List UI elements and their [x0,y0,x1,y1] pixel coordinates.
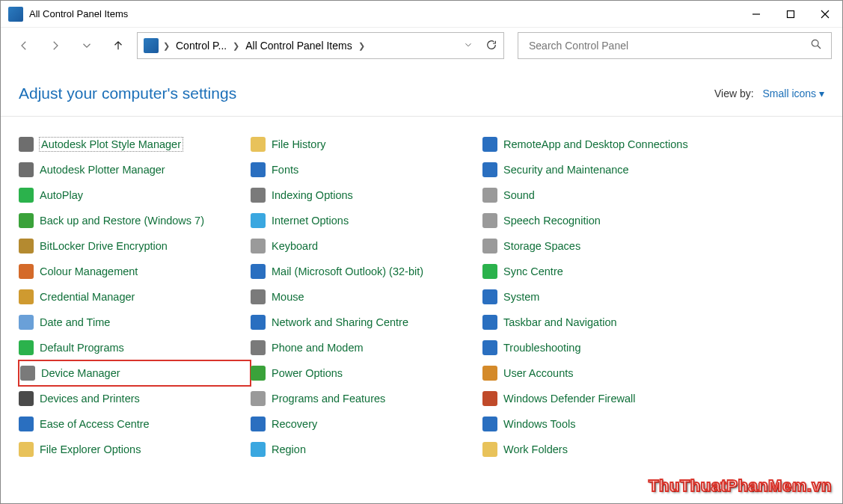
control-panel-item[interactable]: Back up and Restore (Windows 7) [19,208,251,233]
search-box[interactable] [518,32,832,59]
control-panel-item[interactable]: Colour Management [19,259,251,284]
search-input[interactable] [527,39,810,52]
address-bar[interactable]: ❯ Control P... ❯ All Control Panel Items… [137,32,504,59]
control-panel-item[interactable]: Sound [482,182,714,208]
control-panel-item[interactable]: Default Programs [19,335,251,360]
minimize-button[interactable] [739,1,773,28]
control-panel-item[interactable]: Date and Time [19,310,251,335]
control-panel-item[interactable]: Recovery [251,411,482,437]
item-label: RemoteApp and Desktop Connections [503,138,688,150]
item-icon [482,162,497,177]
item-label: Back up and Restore (Windows 7) [40,215,204,227]
item-icon [19,391,34,406]
item-label: Device Manager [41,367,120,379]
control-panel-item[interactable]: Autodesk Plotter Manager [19,157,251,182]
item-icon [482,213,497,228]
item-icon [251,188,266,203]
control-panel-item[interactable]: Mail (Microsoft Outlook) (32-bit) [251,259,482,284]
control-panel-item[interactable]: AutoPlay [19,182,251,208]
recent-dropdown[interactable] [74,33,99,58]
control-panel-item[interactable]: Speech Recognition [482,208,714,233]
control-panel-item[interactable]: Power Options [251,360,482,386]
control-panel-item[interactable]: Autodesk Plot Style Manager [19,132,251,157]
control-panel-item[interactable]: Windows Tools [482,411,714,437]
item-icon [19,289,34,304]
item-label: Devices and Printers [40,393,140,405]
search-icon[interactable] [810,38,822,53]
control-panel-item[interactable]: Work Folders [482,437,714,462]
app-icon [8,7,23,22]
item-icon [482,391,497,406]
item-label: Sound [503,189,535,201]
item-icon [19,188,34,203]
chevron-right-icon[interactable]: ❯ [231,41,241,51]
control-panel-item[interactable]: Programs and Features [251,386,482,411]
item-label: Sync Centre [503,265,563,277]
view-by-dropdown[interactable]: Small icons ▾ [763,87,824,99]
control-panel-item[interactable]: Security and Maintenance [482,157,714,182]
view-by-label: View by: [714,87,754,99]
item-icon [482,315,497,330]
control-panel-item[interactable]: Phone and Modem [251,335,482,360]
control-panel-item[interactable]: Keyboard [251,233,482,259]
control-panel-item[interactable]: Taskbar and Navigation [482,310,714,335]
watermark: ThuThuatPhanMem.vn [649,476,832,496]
item-label: Credential Manager [40,291,135,303]
svg-rect-0 [788,10,794,17]
control-panel-item[interactable]: Fonts [251,157,482,182]
control-panel-item[interactable]: File History [251,132,482,157]
item-icon [19,315,34,330]
item-icon [251,417,266,431]
item-icon [482,289,497,304]
control-panel-item[interactable]: Indexing Options [251,182,482,208]
control-panel-icon [144,38,159,53]
item-label: Taskbar and Navigation [503,316,617,328]
control-panel-item[interactable]: RemoteApp and Desktop Connections [482,132,714,157]
forward-button[interactable] [43,33,68,58]
control-panel-item[interactable]: Storage Spaces [482,233,714,259]
chevron-right-icon[interactable]: ❯ [357,41,367,51]
maximize-button[interactable] [773,1,808,28]
item-icon [482,188,497,203]
item-icon [19,442,34,457]
control-panel-item[interactable]: Internet Options [251,208,482,233]
breadcrumb-control-panel[interactable]: Control P... [174,40,228,52]
control-panel-item[interactable]: Devices and Printers [19,386,251,411]
item-label: Troubleshooting [503,342,580,354]
control-panel-item[interactable]: File Explorer Options [19,437,251,462]
window-title: All Control Panel Items [29,8,128,19]
control-panel-item[interactable]: Network and Sharing Centre [251,310,482,335]
control-panel-item[interactable]: Device Manager [19,360,251,386]
item-label: System [503,291,539,303]
control-panel-item[interactable]: Mouse [251,284,482,310]
item-label: Autodesk Plotter Manager [40,164,165,176]
breadcrumb-all-items[interactable]: All Control Panel Items [244,40,353,52]
item-icon [19,264,34,279]
window-controls [739,1,842,28]
item-icon [19,162,34,177]
control-panel-item[interactable]: Region [251,437,482,462]
control-panel-item[interactable]: Credential Manager [19,284,251,310]
control-panel-item[interactable]: BitLocker Drive Encryption [19,233,251,259]
item-icon [251,315,266,330]
item-label: Mail (Microsoft Outlook) (32-bit) [272,265,423,277]
close-button[interactable] [808,1,842,28]
refresh-button[interactable] [485,39,497,53]
item-icon [251,289,266,304]
control-panel-item[interactable]: Windows Defender Firewall [482,386,714,411]
back-button[interactable] [11,33,37,58]
chevron-right-icon[interactable]: ❯ [162,41,171,51]
control-panel-item[interactable]: System [482,284,714,310]
item-label: AutoPlay [40,189,83,201]
control-panel-item[interactable]: User Accounts [482,360,714,386]
item-label: Network and Sharing Centre [272,316,408,328]
up-button[interactable] [105,33,131,58]
item-label: Recovery [272,418,317,430]
control-panel-item[interactable]: Sync Centre [482,259,714,284]
item-label: Colour Management [40,265,138,277]
item-icon [251,137,266,152]
address-dropdown-icon[interactable] [463,40,473,52]
control-panel-item[interactable]: Troubleshooting [482,335,714,360]
item-icon [19,137,34,152]
control-panel-item[interactable]: Ease of Access Centre [19,411,251,437]
